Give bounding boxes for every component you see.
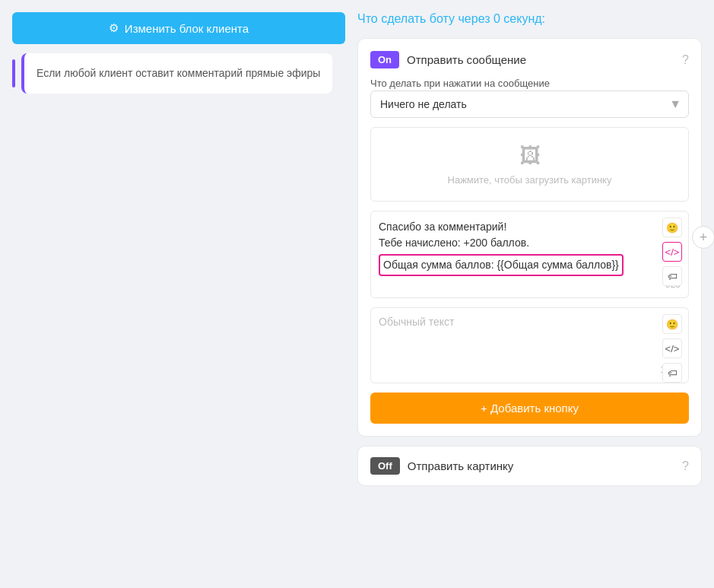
emoji-button-1[interactable]: 🙂 <box>662 218 682 237</box>
message-line2: Тебе начислено: +200 баллов. <box>379 237 529 249</box>
text-icons-2: 🙂 </> 🏷 <box>662 314 682 383</box>
toggle-on-button[interactable]: On <box>370 51 399 68</box>
image-upload-text: Нажмите, чтобы загрузить картинку <box>448 174 612 186</box>
edit-block-button[interactable]: ⚙ Изменить блок клиента <box>12 12 345 44</box>
variable-button-2[interactable]: 🏷 <box>662 363 682 383</box>
delay-header: Что сделать боту через 0 секунд: <box>357 12 702 26</box>
delay-label: Что сделать боту через <box>357 12 493 25</box>
message-line1: Спасибо за комментарий! <box>379 221 506 233</box>
send-image-block: Off Отправить картинку ? <box>357 446 702 486</box>
text-content-1[interactable]: Спасибо за комментарий! Тебе начислено: … <box>379 219 681 276</box>
text-block-1: Спасибо за комментарий! Тебе начислено: … <box>370 211 689 298</box>
send-message-block: On Отправить сообщение ? Что делать при … <box>357 38 702 437</box>
send-image-title: Отправить картинку <box>408 459 674 472</box>
edit-block-label: Изменить блок клиента <box>125 22 249 35</box>
text-icons-1: 🙂 </> 🏷 <box>662 218 682 286</box>
trigger-text: Если любой клиент оставит комментарий пр… <box>36 67 320 79</box>
delay-value: 0 секунд <box>493 12 542 25</box>
char-count-2: 1000 <box>379 364 681 375</box>
delay-suffix: : <box>542 12 545 25</box>
text-block-2: Обычный текст 🙂 </> 🏷 1000 <box>370 307 689 383</box>
plain-text-placeholder[interactable]: Обычный текст <box>379 316 681 361</box>
image-upload-area[interactable]: 🖼 Нажмите, чтобы загрузить картинку <box>370 127 689 202</box>
add-button-label: + Добавить кнопку <box>481 402 579 415</box>
char-count-1: 925 <box>379 279 681 290</box>
code-button-2[interactable]: </> <box>662 338 682 358</box>
highlighted-text: Общая сумма баллов: {{Общая сумма баллов… <box>379 254 624 276</box>
gear-icon: ⚙ <box>109 21 119 35</box>
plus-button[interactable]: + <box>692 226 714 249</box>
block-header: On Отправить сообщение ? <box>370 51 689 68</box>
send-image-help-icon[interactable]: ? <box>682 459 689 473</box>
variable-button-1[interactable]: 🏷 <box>662 266 682 286</box>
action-select[interactable]: Ничего не делать Открыть ссылку Отправит… <box>370 91 689 118</box>
action-label: Что делать при нажатии на сообщение <box>370 78 689 89</box>
vertical-divider <box>12 59 15 87</box>
action-select-wrapper: Ничего не делать Открыть ссылку Отправит… <box>370 91 689 118</box>
image-icon: 🖼 <box>519 143 541 168</box>
add-button-btn[interactable]: + Добавить кнопку <box>370 393 689 424</box>
help-icon[interactable]: ? <box>682 53 689 67</box>
code-button-1[interactable]: </> <box>662 242 682 262</box>
emoji-button-2[interactable]: 🙂 <box>662 314 682 334</box>
trigger-card: Если любой клиент оставит комментарий пр… <box>21 53 332 94</box>
block-title: Отправить сообщение <box>407 53 674 66</box>
toggle-off-button[interactable]: Off <box>370 457 400 475</box>
action-section: Что делать при нажатии на сообщение Ниче… <box>370 78 689 118</box>
